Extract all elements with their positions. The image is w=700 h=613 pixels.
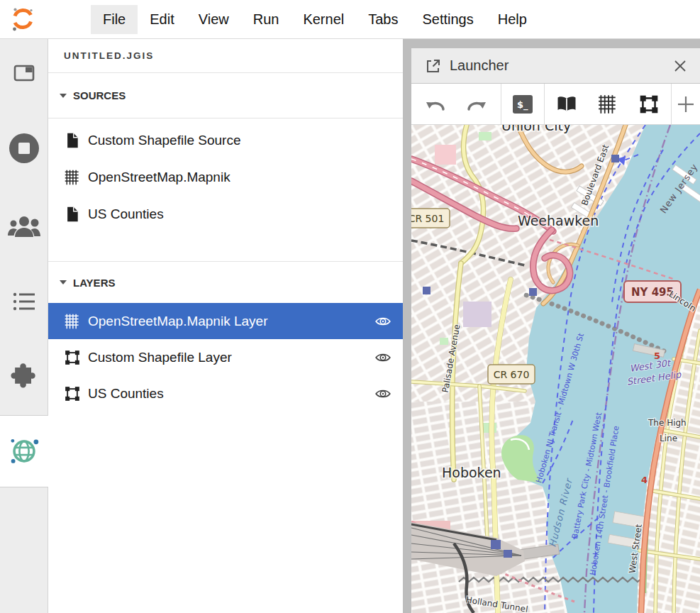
redo-button[interactable] bbox=[465, 93, 488, 116]
tab-bar: Launcher bbox=[411, 48, 700, 84]
map-label-high-line-2: Line bbox=[660, 433, 677, 443]
activity-bar bbox=[0, 39, 48, 613]
svg-text:CR 501: CR 501 bbox=[411, 213, 444, 224]
layers-list: OpenStreetMap.Mapnik Layer Custom Shapef… bbox=[48, 303, 403, 412]
tab-label[interactable]: Launcher bbox=[450, 57, 509, 74]
jupytergis-side-panel: UNTITLED.JGIS SOURCES Custom Shapefile S… bbox=[48, 39, 403, 613]
file-icon bbox=[64, 205, 81, 223]
layers-section-header[interactable]: LAYERS bbox=[48, 261, 403, 303]
menu-file[interactable]: File bbox=[91, 5, 138, 34]
layer-label: OpenStreetMap.Mapnik Layer bbox=[88, 314, 267, 329]
undo-icon bbox=[424, 95, 447, 114]
menu-help[interactable]: Help bbox=[486, 5, 539, 34]
source-label: Custom Shapefile Source bbox=[88, 133, 240, 148]
chevron-down-icon bbox=[60, 94, 67, 98]
sources-header-label: SOURCES bbox=[73, 89, 126, 101]
globe-icon bbox=[9, 436, 40, 467]
shield-cr501: CR 501 bbox=[411, 209, 450, 228]
new-vector-layer-button[interactable] bbox=[638, 93, 660, 116]
raster-grid-icon bbox=[64, 168, 81, 187]
map-shield-4: 4 bbox=[641, 475, 648, 485]
source-item-us-counties[interactable]: US Counties bbox=[48, 196, 403, 233]
menu-bar: File Edit View Run Kernel Tabs Settings … bbox=[0, 0, 700, 39]
terminal-button[interactable]: $_ bbox=[511, 93, 534, 116]
launcher-tab-icon bbox=[425, 57, 442, 74]
map-label-high-line-1: The High bbox=[648, 418, 687, 428]
source-label: US Counties bbox=[88, 206, 164, 222]
raster-grid-icon bbox=[64, 312, 81, 331]
vector-polygon-icon bbox=[638, 94, 660, 115]
openstreetmap-view: Union City Weehawken Hoboken CR 501 CR 6… bbox=[411, 125, 700, 613]
raster-grid-icon bbox=[597, 94, 618, 115]
collaborators-icon[interactable] bbox=[0, 213, 48, 240]
menu-settings[interactable]: Settings bbox=[410, 5, 485, 34]
running-kernels-icon[interactable] bbox=[0, 132, 48, 165]
layer-label: US Counties bbox=[88, 386, 164, 402]
source-label: OpenStreetMap.Mapnik bbox=[88, 170, 230, 185]
vector-polygon-icon bbox=[64, 385, 81, 403]
chevron-down-icon bbox=[60, 280, 67, 285]
file-browser-icon[interactable] bbox=[0, 62, 48, 84]
sources-section-header[interactable]: SOURCES bbox=[48, 73, 403, 118]
map-shield-5: 5 bbox=[654, 350, 660, 361]
plus-icon bbox=[676, 94, 696, 114]
menu-view[interactable]: View bbox=[187, 5, 241, 34]
map-toolbar: $_ bbox=[411, 84, 700, 125]
menu-edit[interactable]: Edit bbox=[138, 5, 186, 34]
svg-text:CR 670: CR 670 bbox=[494, 369, 530, 380]
map-label-hoboken: Hoboken bbox=[442, 465, 501, 480]
add-button[interactable] bbox=[674, 93, 697, 116]
jupytergis-panel-tab[interactable] bbox=[0, 415, 48, 487]
layers-header-label: LAYERS bbox=[73, 277, 115, 289]
source-item-openstreetmap[interactable]: OpenStreetMap.Mapnik bbox=[48, 159, 403, 196]
svg-text:$_: $_ bbox=[517, 99, 528, 111]
redo-icon bbox=[465, 95, 488, 114]
open-book-icon bbox=[555, 94, 578, 114]
sources-list: Custom Shapefile Source OpenStreetMap.Ma… bbox=[48, 118, 403, 261]
map-label-union-city: Union City bbox=[501, 125, 571, 133]
layer-item-us-counties[interactable]: US Counties bbox=[48, 375, 403, 412]
map-canvas[interactable]: Union City Weehawken Hoboken CR 501 CR 6… bbox=[411, 125, 700, 613]
main-dock-area: Launcher bbox=[403, 39, 700, 613]
menu-kernel[interactable]: Kernel bbox=[291, 5, 356, 34]
close-icon[interactable] bbox=[672, 57, 689, 74]
visibility-eye-icon[interactable] bbox=[374, 314, 391, 328]
source-item-custom-shapefile[interactable]: Custom Shapefile Source bbox=[48, 122, 403, 159]
layer-item-custom-shapefile[interactable]: Custom Shapefile Layer bbox=[48, 339, 403, 375]
extension-manager-icon[interactable] bbox=[0, 360, 48, 389]
new-raster-layer-button[interactable] bbox=[596, 93, 619, 116]
table-of-contents-icon[interactable] bbox=[0, 291, 48, 312]
identify-button[interactable] bbox=[555, 93, 578, 116]
file-icon bbox=[64, 131, 81, 150]
visibility-eye-icon[interactable] bbox=[374, 350, 391, 365]
document-title: UNTITLED.JGIS bbox=[48, 39, 403, 73]
jupyter-logo bbox=[10, 6, 35, 33]
layer-label: Custom Shapefile Layer bbox=[88, 350, 232, 365]
layer-item-openstreetmap[interactable]: OpenStreetMap.Mapnik Layer bbox=[48, 303, 403, 339]
terminal-icon: $_ bbox=[511, 94, 534, 115]
menu-run[interactable]: Run bbox=[241, 5, 291, 34]
undo-button[interactable] bbox=[424, 93, 447, 116]
shield-cr670: CR 670 bbox=[488, 365, 535, 384]
menu-tabs[interactable]: Tabs bbox=[356, 5, 410, 34]
visibility-eye-icon[interactable] bbox=[374, 387, 391, 401]
map-label-weehawken: Weehawken bbox=[518, 213, 599, 228]
vector-polygon-icon bbox=[64, 348, 81, 367]
